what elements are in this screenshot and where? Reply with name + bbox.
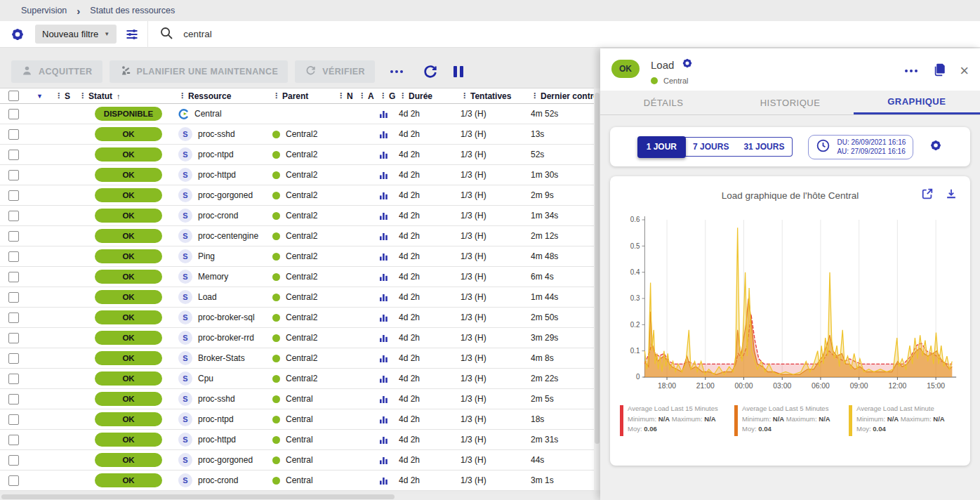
copy-link-icon[interactable] — [933, 63, 947, 79]
row-checkbox[interactable] — [8, 150, 19, 160]
graph-mini-icon[interactable] — [379, 354, 399, 363]
close-icon[interactable]: × — [960, 65, 969, 77]
table-row[interactable]: OK SMemory Central2 4d 2h 1/3 (H) 6m 4s — [0, 267, 594, 287]
filter-select[interactable]: Nouveau filtre ▼ — [35, 25, 117, 44]
column-header-parent[interactable]: ⋮Parent — [272, 91, 337, 101]
select-menu-caret-icon[interactable]: ▼ — [37, 93, 43, 100]
graph-settings-gear-icon[interactable] — [929, 138, 943, 155]
legend-item[interactable]: Average Load Last Minute Minimum: N/A Ma… — [849, 404, 963, 436]
table-row[interactable]: OK Sproc-sshd Central 4d 2h 1/3 (H) 2m 5… — [0, 389, 594, 409]
horizontal-scrollbar[interactable] — [0, 494, 600, 500]
row-checkbox[interactable] — [8, 333, 19, 343]
graph-mini-icon[interactable] — [379, 415, 399, 424]
column-header-tries[interactable]: ⋮Tentatives — [461, 91, 531, 101]
vertical-scrollbar[interactable] — [594, 88, 600, 490]
table-row[interactable]: OK Sproc-broker-sql Central2 4d 2h 1/3 (… — [0, 308, 594, 328]
row-checkbox[interactable] — [8, 414, 19, 425]
panel-parent[interactable]: Central — [663, 77, 688, 85]
graph-mini-icon[interactable] — [379, 232, 399, 241]
filter-settings-gear-icon[interactable] — [10, 27, 25, 42]
resource-settings-gear-icon[interactable] — [681, 57, 694, 72]
planifier-maintenance-button[interactable]: PLANIFIER UNE MAINTENANCE — [110, 60, 289, 83]
graph-mini-icon[interactable] — [379, 272, 399, 282]
row-checkbox[interactable] — [8, 109, 19, 119]
table-row[interactable]: OK Sproc-centengine Central2 4d 2h 1/3 (… — [0, 226, 594, 246]
scrollbar-thumb[interactable] — [595, 93, 600, 444]
row-checkbox[interactable] — [8, 292, 19, 303]
row-checkbox[interactable] — [8, 312, 19, 323]
table-row[interactable]: OK SPing Central2 4d 2h 1/3 (H) 4m 48s — [0, 246, 594, 267]
row-checkbox[interactable] — [8, 211, 19, 221]
tab-details[interactable]: DÉTAILS — [600, 91, 727, 114]
table-row[interactable]: OK Sproc-sshd Central2 4d 2h 1/3 (H) 13s — [0, 124, 594, 145]
row-checkbox[interactable] — [8, 455, 19, 466]
row-checkbox[interactable] — [8, 435, 19, 445]
table-row[interactable]: OK SLoad Central2 4d 2h 1/3 (H) 1m 44s — [0, 287, 594, 308]
tab-graphique[interactable]: GRAPHIQUE — [854, 91, 980, 114]
legend-item[interactable]: Average Load Last 5 Minutes Minimum: N/A… — [734, 404, 849, 436]
table-row[interactable]: OK Sproc-gorgoned Central 4d 2h 1/3 (H) … — [0, 450, 594, 471]
row-checkbox[interactable] — [8, 190, 19, 201]
column-header-n[interactable]: ⋮N — [337, 91, 358, 101]
row-checkbox[interactable] — [8, 272, 19, 282]
column-header-status[interactable]: ⋮Statut↑ — [79, 91, 121, 101]
table-row[interactable]: OK Sproc-broker-rrd Central2 4d 2h 1/3 (… — [0, 328, 594, 348]
graph-mini-icon[interactable] — [379, 435, 399, 445]
graph-mini-icon[interactable] — [379, 476, 399, 485]
open-in-new-icon[interactable] — [921, 188, 934, 200]
table-row[interactable]: OK Sproc-gorgoned Central2 4d 2h 1/3 (H)… — [0, 185, 594, 206]
table-row[interactable]: OK Sproc-ntpd Central 4d 2h 1/3 (H) 18s — [0, 409, 594, 430]
table-row[interactable]: OK Sproc-crond Central 4d 2h 1/3 (H) 3m … — [0, 471, 594, 491]
row-checkbox[interactable] — [8, 231, 19, 242]
table-row[interactable]: OK SCpu Central2 4d 2h 1/3 (H) 2m 22s — [0, 369, 594, 389]
row-checkbox[interactable] — [8, 129, 19, 140]
scrollbar-thumb[interactable] — [1, 494, 395, 499]
breadcrumb-item-statut[interactable]: Statut des ressources — [90, 6, 175, 15]
table-row[interactable]: OK Sproc-ntpd Central2 4d 2h 1/3 (H) 52s — [0, 145, 594, 165]
graph-mini-icon[interactable] — [379, 130, 399, 139]
download-icon[interactable] — [945, 188, 958, 200]
refresh-icon[interactable] — [423, 64, 438, 79]
column-header-a[interactable]: ⋮A — [358, 91, 379, 101]
breadcrumb-item-supervision[interactable]: Supervision — [21, 6, 67, 15]
panel-more-icon[interactable] — [902, 67, 920, 75]
row-checkbox[interactable] — [8, 374, 19, 384]
pause-icon[interactable] — [453, 66, 463, 77]
column-header-g[interactable]: ⋮G — [379, 91, 399, 101]
table-row[interactable]: OK SBroker-Stats Central2 4d 2h 1/3 (H) … — [0, 348, 594, 369]
row-checkbox[interactable] — [8, 475, 19, 486]
graph-mini-icon[interactable] — [379, 293, 399, 302]
time-button-31-jours[interactable]: 31 JOURS — [736, 137, 793, 157]
table-row[interactable]: OK Sproc-httpd Central2 4d 2h 1/3 (H) 1m… — [0, 165, 594, 185]
more-actions-icon[interactable] — [388, 67, 406, 76]
tune-filter-icon[interactable] — [125, 27, 139, 41]
table-row[interactable]: OK Sproc-crond Central2 4d 2h 1/3 (H) 1m… — [0, 206, 594, 226]
column-header-duration[interactable]: ⋮Durée — [399, 91, 461, 101]
tab-historique[interactable]: HISTORIQUE — [727, 91, 853, 114]
graph-mini-icon[interactable] — [379, 191, 399, 200]
load-chart[interactable]: 00.10.20.30.40.50.618:0021:0000:0003:000… — [617, 210, 963, 398]
row-checkbox[interactable] — [8, 170, 19, 180]
graph-mini-icon[interactable] — [379, 313, 399, 322]
table-row[interactable]: OK Sproc-httpd Central 4d 2h 1/3 (H) 2m … — [0, 430, 594, 450]
graph-mini-icon[interactable] — [379, 110, 399, 119]
row-checkbox[interactable] — [8, 251, 19, 262]
graph-mini-icon[interactable] — [379, 334, 399, 343]
select-all-checkbox[interactable] — [8, 91, 19, 101]
row-checkbox[interactable] — [8, 394, 19, 404]
graph-mini-icon[interactable] — [379, 456, 399, 465]
graph-mini-icon[interactable] — [379, 171, 399, 180]
verifier-button[interactable]: VÉRIFIER — [295, 60, 375, 83]
graph-mini-icon[interactable] — [379, 150, 399, 159]
legend-item[interactable]: Average Load Last 15 Minutes Minimum: N/… — [620, 404, 734, 436]
acquitter-button[interactable]: ACQUITTER — [11, 60, 102, 83]
time-button-1-jour[interactable]: 1 JOUR — [637, 136, 686, 158]
graph-mini-icon[interactable] — [379, 252, 399, 261]
row-checkbox[interactable] — [8, 353, 19, 364]
graph-mini-icon[interactable] — [379, 395, 399, 404]
graph-mini-icon[interactable] — [379, 374, 399, 383]
graph-mini-icon[interactable] — [379, 211, 399, 221]
search-input[interactable] — [183, 29, 464, 39]
table-row[interactable]: DISPONIBLE Central 4d 2h 1/3 (H) 4m 52s — [0, 104, 594, 124]
time-button-7-jours[interactable]: 7 JOURS — [684, 137, 737, 157]
